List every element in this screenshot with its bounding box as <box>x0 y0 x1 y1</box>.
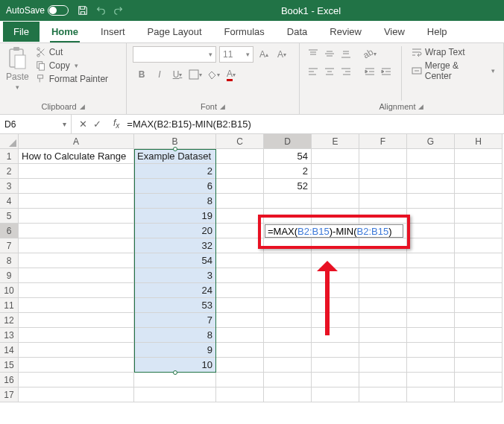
row-header-3[interactable]: 3 <box>0 179 19 194</box>
tab-formulas[interactable]: Formulas <box>214 22 275 42</box>
cell-f10[interactable] <box>359 283 407 298</box>
cell-e10[interactable] <box>312 283 359 298</box>
cell-h17[interactable] <box>455 387 503 402</box>
row-header-14[interactable]: 14 <box>0 343 19 358</box>
cell-c5[interactable] <box>216 209 264 224</box>
cell-d9[interactable] <box>264 268 312 283</box>
row-header-7[interactable]: 7 <box>0 238 19 253</box>
tab-data[interactable]: Data <box>277 22 318 42</box>
align-center-button[interactable] <box>322 64 337 79</box>
cell-e11[interactable] <box>312 298 359 313</box>
cell-b17[interactable] <box>134 387 216 402</box>
cell-e2[interactable] <box>312 164 359 179</box>
align-top-button[interactable] <box>306 46 321 61</box>
row-header-1[interactable]: 1 <box>0 149 19 164</box>
cell-f1[interactable] <box>359 149 407 164</box>
col-header-d[interactable]: D <box>264 134 312 149</box>
cell-g11[interactable] <box>407 298 455 313</box>
cell-f4[interactable] <box>359 194 407 209</box>
cell-g3[interactable] <box>407 179 455 194</box>
cell-d3[interactable]: 52 <box>264 179 312 194</box>
cell-f13[interactable] <box>359 328 407 343</box>
row-header-4[interactable]: 4 <box>0 194 19 209</box>
cell-e12[interactable] <box>312 313 359 328</box>
cell-e4[interactable] <box>312 194 359 209</box>
cell-a9[interactable] <box>19 268 134 283</box>
font-name-combo[interactable]: ▾ <box>133 46 216 63</box>
cell-f15[interactable] <box>359 358 407 373</box>
undo-icon[interactable] <box>95 5 106 16</box>
row-header-13[interactable]: 13 <box>0 328 19 343</box>
cell-h14[interactable] <box>455 343 503 358</box>
cell-b9[interactable]: 3 <box>134 268 216 283</box>
cell-d11[interactable] <box>264 298 312 313</box>
cell-b14[interactable]: 9 <box>134 343 216 358</box>
cell-a4[interactable] <box>19 194 134 209</box>
row-header-6[interactable]: 6 <box>0 224 19 238</box>
spreadsheet-grid[interactable]: A B C D E F G H 1How to Calculate RangeE… <box>0 134 504 402</box>
cell-c12[interactable] <box>216 313 264 328</box>
orientation-button[interactable]: ab▾ <box>362 46 377 61</box>
underline-button[interactable]: U▾ <box>168 66 186 83</box>
cell-e13[interactable] <box>312 328 359 343</box>
col-header-f[interactable]: F <box>359 134 407 149</box>
cell-b1[interactable]: Example Dataset <box>134 149 216 164</box>
select-all-button[interactable] <box>0 134 19 149</box>
cell-c6[interactable] <box>216 224 264 238</box>
cell-e1[interactable] <box>312 149 359 164</box>
cell-b15[interactable]: 10 <box>134 358 216 373</box>
cell-c2[interactable] <box>216 164 264 179</box>
cell-g9[interactable] <box>407 268 455 283</box>
cell-e5[interactable] <box>312 209 359 224</box>
cell-c15[interactable] <box>216 358 264 373</box>
cell-c11[interactable] <box>216 298 264 313</box>
cell-a13[interactable] <box>19 328 134 343</box>
cell-h5[interactable] <box>455 209 503 224</box>
cell-d15[interactable] <box>264 358 312 373</box>
row-header-11[interactable]: 11 <box>0 298 19 313</box>
cell-c8[interactable] <box>216 253 264 268</box>
toggle-off-icon[interactable] <box>48 5 69 16</box>
align-right-button[interactable] <box>338 64 353 79</box>
col-header-b[interactable]: B <box>134 134 216 149</box>
row-header-10[interactable]: 10 <box>0 283 19 298</box>
cell-b6[interactable]: 20 <box>134 224 216 238</box>
italic-button[interactable]: I <box>151 66 168 83</box>
cell-c1[interactable] <box>216 149 264 164</box>
cell-d16[interactable] <box>264 373 312 387</box>
cell-a11[interactable] <box>19 298 134 313</box>
cell-d14[interactable] <box>264 343 312 358</box>
decrease-indent-button[interactable] <box>362 64 377 79</box>
cell-d10[interactable] <box>264 283 312 298</box>
row-header-9[interactable]: 9 <box>0 268 19 283</box>
cell-h16[interactable] <box>455 373 503 387</box>
wrap-text-button[interactable]: Wrap Text <box>409 46 497 58</box>
tab-page-layout[interactable]: Page Layout <box>137 22 212 42</box>
cell-edit-d6[interactable]: =MAX(B2:B15)-MIN(B2:B15) <box>265 224 403 238</box>
fx-icon[interactable]: fx <box>109 118 124 130</box>
cell-a1[interactable]: How to Calculate Range <box>19 149 134 164</box>
merge-center-button[interactable]: Merge & Center▾ <box>409 60 497 82</box>
cell-g13[interactable] <box>407 328 455 343</box>
cell-h7[interactable] <box>455 238 503 253</box>
cell-f5[interactable] <box>359 209 407 224</box>
cell-g10[interactable] <box>407 283 455 298</box>
align-bottom-button[interactable] <box>338 46 353 61</box>
row-header-17[interactable]: 17 <box>0 387 19 402</box>
cell-g2[interactable] <box>407 164 455 179</box>
formula-input[interactable]: =MAX(B2:B15)-MIN(B2:B15) <box>124 118 251 130</box>
cell-g8[interactable] <box>407 253 455 268</box>
fill-color-button[interactable]: ▾ <box>204 66 222 83</box>
cell-e14[interactable] <box>312 343 359 358</box>
cell-b12[interactable]: 7 <box>134 313 216 328</box>
cut-button[interactable]: Cut <box>34 46 110 58</box>
tab-home[interactable]: Home <box>41 22 89 42</box>
cell-f12[interactable] <box>359 313 407 328</box>
cell-g16[interactable] <box>407 373 455 387</box>
cancel-icon[interactable]: ✕ <box>79 118 87 130</box>
cell-g7[interactable] <box>407 238 455 253</box>
increase-font-button[interactable]: A▴ <box>256 47 271 62</box>
col-header-e[interactable]: E <box>312 134 359 149</box>
cell-b13[interactable]: 8 <box>134 328 216 343</box>
cell-g6[interactable] <box>407 224 455 238</box>
